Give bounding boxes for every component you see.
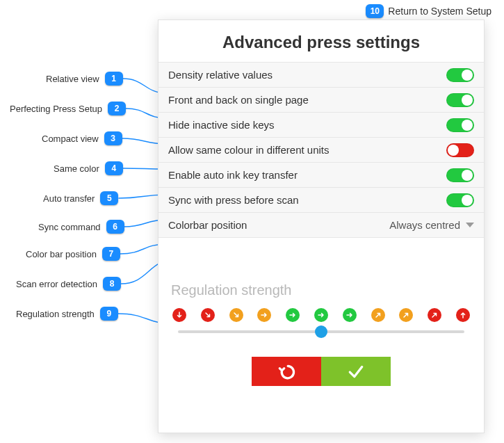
annotation-label: Regulation strength (16, 309, 95, 319)
reg-step-icon (456, 308, 470, 322)
setting-row: Enable auto ink key transfer (158, 163, 484, 188)
arrow-right-icon (288, 311, 297, 319)
reg-step-icon (428, 308, 441, 322)
setting-row: Hide inactive side keys (158, 113, 484, 138)
setting-label: Allow same colour in different units (168, 144, 446, 156)
annotation-5: Auto transfer5 (43, 191, 118, 205)
annotation-8: Scan error detection8 (16, 277, 121, 291)
annotation-7: Color bar position7 (26, 247, 120, 261)
arrow-ur-icon (430, 311, 439, 319)
reg-step-icon (314, 308, 328, 322)
toggle[interactable] (446, 193, 474, 207)
annotation-2: Perfecting Press Setup2 (10, 102, 126, 115)
marker-3: 3 (104, 131, 122, 145)
annotation-label: Color bar position (26, 249, 97, 259)
arrow-up-icon (459, 311, 467, 319)
cancel-button[interactable] (252, 357, 321, 386)
arrow-right-icon (317, 311, 325, 319)
arrow-right-icon (346, 311, 354, 319)
marker-5: 5 (100, 191, 118, 205)
setting-label: Hide inactive side keys (168, 119, 446, 131)
slider-thumb[interactable] (315, 325, 327, 338)
reg-step-icon (201, 308, 215, 322)
setting-label: Density relative values (168, 69, 446, 81)
select[interactable]: Always centred (389, 219, 474, 231)
regulation-title: Regulation strength (171, 282, 471, 298)
reg-step-icon (286, 308, 300, 322)
arrow-down-icon (175, 311, 184, 319)
select-value: Always centred (389, 219, 460, 231)
setting-row: Front and back on single page (158, 88, 484, 113)
reg-step-icon (172, 308, 186, 322)
setting-label: Enable auto ink key transfer (168, 169, 446, 181)
toggle-knob (462, 95, 473, 106)
toggle-knob (462, 195, 473, 206)
setting-label: Colorbar position (168, 219, 389, 231)
setting-row: Allow same colour in different units (158, 138, 484, 163)
marker-8: 8 (103, 277, 121, 291)
annotation-label: Sync command (38, 222, 101, 232)
regulation-icons (171, 308, 471, 322)
marker-10: 10 (366, 4, 384, 18)
arrow-ur-icon (374, 311, 382, 319)
toggle[interactable] (446, 143, 474, 157)
marker-9: 9 (100, 307, 118, 321)
toggle[interactable] (446, 93, 474, 107)
reg-step-icon (371, 308, 385, 322)
return-link-label: Return to System Setup (388, 6, 491, 17)
annotation-label: Perfecting Press Setup (10, 104, 102, 114)
settings-rows: Density relative valuesFront and back on… (158, 62, 484, 238)
annotation-9: Regulation strength9 (16, 307, 118, 321)
toggle[interactable] (446, 168, 474, 182)
arrow-ur-icon (402, 311, 410, 319)
annotation-3: Compact view3 (42, 131, 122, 145)
setting-label: Sync with press before scan (168, 194, 446, 206)
advanced-press-settings-panel: Advanced press settings Density relative… (158, 19, 485, 433)
arrow-dr-icon (204, 311, 212, 319)
annotation-label: Scan error detection (16, 279, 97, 289)
return-link[interactable]: 10 Return to System Setup (366, 4, 491, 18)
reg-step-icon (399, 308, 413, 322)
chevron-down-icon (466, 223, 474, 227)
toggle[interactable] (446, 68, 474, 82)
marker-1: 1 (105, 72, 123, 86)
annotation-1: Relative view1 (46, 72, 123, 86)
marker-6: 6 (106, 220, 124, 234)
annotation-4: Same color4 (54, 161, 123, 175)
panel-title: Advanced press settings (158, 20, 484, 62)
regulation-section: Regulation strength (158, 238, 484, 386)
confirm-button[interactable] (321, 357, 391, 386)
annotation-label: Compact view (42, 134, 99, 144)
undo-icon (277, 362, 295, 380)
check-icon (347, 362, 365, 380)
reg-step-icon (229, 308, 243, 322)
annotation-6: Sync command6 (38, 220, 124, 234)
annotation-label: Relative view (46, 74, 99, 84)
marker-7: 7 (102, 247, 120, 261)
reg-step-icon (343, 308, 357, 322)
toggle-knob (462, 120, 473, 131)
setting-row: Colorbar positionAlways centred (158, 213, 484, 238)
arrow-dr-icon (232, 311, 241, 319)
setting-label: Front and back on single page (168, 94, 446, 106)
annotation-label: Auto transfer (43, 193, 95, 204)
toggle-knob (448, 145, 459, 156)
setting-row: Sync with press before scan (158, 188, 484, 213)
toggle-knob (462, 70, 473, 81)
regulation-slider[interactable] (178, 330, 464, 333)
setting-row: Density relative values (158, 63, 484, 88)
marker-4: 4 (105, 161, 123, 175)
arrow-right-icon (260, 311, 268, 319)
marker-2: 2 (108, 102, 126, 115)
reg-step-icon (257, 308, 271, 322)
toggle-knob (462, 170, 473, 181)
toggle[interactable] (446, 118, 474, 132)
annotation-label: Same color (54, 163, 99, 174)
action-buttons (171, 357, 471, 386)
